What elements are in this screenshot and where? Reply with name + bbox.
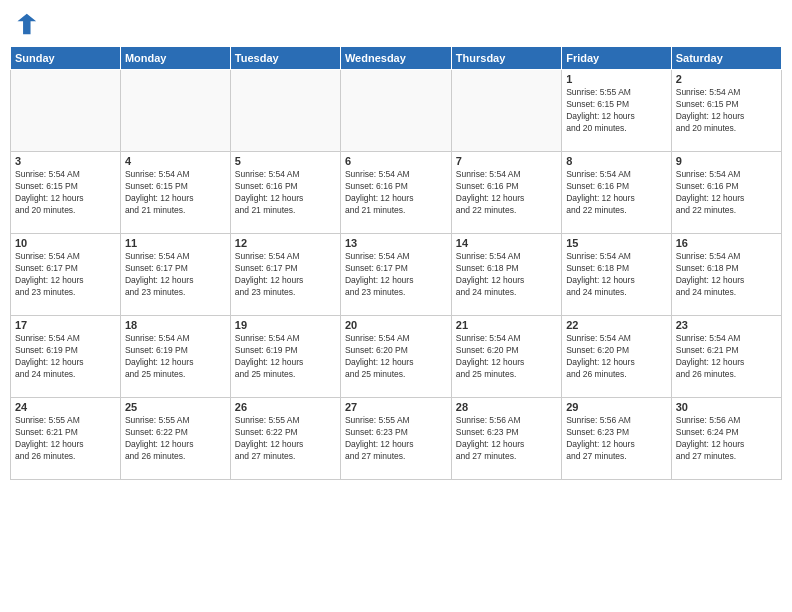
calendar-cell: 29Sunrise: 5:56 AM Sunset: 6:23 PM Dayli…	[562, 398, 672, 480]
calendar-cell: 4Sunrise: 5:54 AM Sunset: 6:15 PM Daylig…	[120, 152, 230, 234]
calendar-cell: 25Sunrise: 5:55 AM Sunset: 6:22 PM Dayli…	[120, 398, 230, 480]
day-number: 25	[125, 401, 226, 413]
calendar-cell: 2Sunrise: 5:54 AM Sunset: 6:15 PM Daylig…	[671, 70, 781, 152]
calendar-cell: 5Sunrise: 5:54 AM Sunset: 6:16 PM Daylig…	[230, 152, 340, 234]
day-number: 20	[345, 319, 447, 331]
header	[10, 10, 782, 38]
svg-marker-0	[17, 14, 36, 35]
day-number: 1	[566, 73, 667, 85]
weekday-wednesday: Wednesday	[340, 47, 451, 70]
calendar-cell: 15Sunrise: 5:54 AM Sunset: 6:18 PM Dayli…	[562, 234, 672, 316]
day-number: 22	[566, 319, 667, 331]
day-info: Sunrise: 5:54 AM Sunset: 6:15 PM Dayligh…	[15, 169, 116, 217]
calendar-cell	[340, 70, 451, 152]
day-info: Sunrise: 5:54 AM Sunset: 6:20 PM Dayligh…	[566, 333, 667, 381]
calendar-cell: 13Sunrise: 5:54 AM Sunset: 6:17 PM Dayli…	[340, 234, 451, 316]
calendar-cell: 12Sunrise: 5:54 AM Sunset: 6:17 PM Dayli…	[230, 234, 340, 316]
calendar-cell: 26Sunrise: 5:55 AM Sunset: 6:22 PM Dayli…	[230, 398, 340, 480]
logo	[10, 10, 42, 38]
calendar-cell	[11, 70, 121, 152]
calendar-cell: 19Sunrise: 5:54 AM Sunset: 6:19 PM Dayli…	[230, 316, 340, 398]
week-row-1: 1Sunrise: 5:55 AM Sunset: 6:15 PM Daylig…	[11, 70, 782, 152]
day-number: 17	[15, 319, 116, 331]
calendar-cell: 22Sunrise: 5:54 AM Sunset: 6:20 PM Dayli…	[562, 316, 672, 398]
day-info: Sunrise: 5:56 AM Sunset: 6:24 PM Dayligh…	[676, 415, 777, 463]
calendar-cell: 7Sunrise: 5:54 AM Sunset: 6:16 PM Daylig…	[451, 152, 561, 234]
calendar-cell: 21Sunrise: 5:54 AM Sunset: 6:20 PM Dayli…	[451, 316, 561, 398]
day-info: Sunrise: 5:55 AM Sunset: 6:22 PM Dayligh…	[125, 415, 226, 463]
day-info: Sunrise: 5:56 AM Sunset: 6:23 PM Dayligh…	[566, 415, 667, 463]
day-info: Sunrise: 5:54 AM Sunset: 6:16 PM Dayligh…	[456, 169, 557, 217]
day-number: 11	[125, 237, 226, 249]
calendar-cell: 10Sunrise: 5:54 AM Sunset: 6:17 PM Dayli…	[11, 234, 121, 316]
day-number: 7	[456, 155, 557, 167]
weekday-header-row: SundayMondayTuesdayWednesdayThursdayFrid…	[11, 47, 782, 70]
calendar-cell	[230, 70, 340, 152]
calendar-cell: 14Sunrise: 5:54 AM Sunset: 6:18 PM Dayli…	[451, 234, 561, 316]
weekday-monday: Monday	[120, 47, 230, 70]
logo-icon	[10, 10, 38, 38]
day-info: Sunrise: 5:54 AM Sunset: 6:17 PM Dayligh…	[125, 251, 226, 299]
calendar-cell: 16Sunrise: 5:54 AM Sunset: 6:18 PM Dayli…	[671, 234, 781, 316]
day-number: 28	[456, 401, 557, 413]
day-number: 10	[15, 237, 116, 249]
day-number: 23	[676, 319, 777, 331]
day-info: Sunrise: 5:54 AM Sunset: 6:18 PM Dayligh…	[676, 251, 777, 299]
weekday-friday: Friday	[562, 47, 672, 70]
day-number: 9	[676, 155, 777, 167]
day-number: 21	[456, 319, 557, 331]
day-number: 8	[566, 155, 667, 167]
day-info: Sunrise: 5:54 AM Sunset: 6:17 PM Dayligh…	[345, 251, 447, 299]
week-row-2: 3Sunrise: 5:54 AM Sunset: 6:15 PM Daylig…	[11, 152, 782, 234]
calendar-body: 1Sunrise: 5:55 AM Sunset: 6:15 PM Daylig…	[11, 70, 782, 480]
day-info: Sunrise: 5:55 AM Sunset: 6:21 PM Dayligh…	[15, 415, 116, 463]
calendar-cell: 24Sunrise: 5:55 AM Sunset: 6:21 PM Dayli…	[11, 398, 121, 480]
day-info: Sunrise: 5:56 AM Sunset: 6:23 PM Dayligh…	[456, 415, 557, 463]
day-number: 5	[235, 155, 336, 167]
day-number: 13	[345, 237, 447, 249]
day-info: Sunrise: 5:54 AM Sunset: 6:16 PM Dayligh…	[345, 169, 447, 217]
day-info: Sunrise: 5:54 AM Sunset: 6:20 PM Dayligh…	[345, 333, 447, 381]
day-number: 19	[235, 319, 336, 331]
week-row-4: 17Sunrise: 5:54 AM Sunset: 6:19 PM Dayli…	[11, 316, 782, 398]
day-number: 3	[15, 155, 116, 167]
day-info: Sunrise: 5:54 AM Sunset: 6:16 PM Dayligh…	[235, 169, 336, 217]
day-number: 12	[235, 237, 336, 249]
day-number: 2	[676, 73, 777, 85]
calendar-cell: 3Sunrise: 5:54 AM Sunset: 6:15 PM Daylig…	[11, 152, 121, 234]
calendar-cell: 30Sunrise: 5:56 AM Sunset: 6:24 PM Dayli…	[671, 398, 781, 480]
weekday-tuesday: Tuesday	[230, 47, 340, 70]
calendar-cell: 6Sunrise: 5:54 AM Sunset: 6:16 PM Daylig…	[340, 152, 451, 234]
calendar-cell: 23Sunrise: 5:54 AM Sunset: 6:21 PM Dayli…	[671, 316, 781, 398]
day-number: 14	[456, 237, 557, 249]
weekday-thursday: Thursday	[451, 47, 561, 70]
day-number: 26	[235, 401, 336, 413]
day-info: Sunrise: 5:54 AM Sunset: 6:19 PM Dayligh…	[235, 333, 336, 381]
day-number: 16	[676, 237, 777, 249]
day-number: 18	[125, 319, 226, 331]
day-number: 24	[15, 401, 116, 413]
day-info: Sunrise: 5:54 AM Sunset: 6:21 PM Dayligh…	[676, 333, 777, 381]
week-row-3: 10Sunrise: 5:54 AM Sunset: 6:17 PM Dayli…	[11, 234, 782, 316]
day-info: Sunrise: 5:54 AM Sunset: 6:16 PM Dayligh…	[676, 169, 777, 217]
day-info: Sunrise: 5:54 AM Sunset: 6:16 PM Dayligh…	[566, 169, 667, 217]
calendar-cell: 11Sunrise: 5:54 AM Sunset: 6:17 PM Dayli…	[120, 234, 230, 316]
calendar-cell: 28Sunrise: 5:56 AM Sunset: 6:23 PM Dayli…	[451, 398, 561, 480]
day-number: 27	[345, 401, 447, 413]
day-info: Sunrise: 5:54 AM Sunset: 6:19 PM Dayligh…	[15, 333, 116, 381]
day-info: Sunrise: 5:54 AM Sunset: 6:18 PM Dayligh…	[566, 251, 667, 299]
calendar-cell: 1Sunrise: 5:55 AM Sunset: 6:15 PM Daylig…	[562, 70, 672, 152]
weekday-sunday: Sunday	[11, 47, 121, 70]
day-info: Sunrise: 5:55 AM Sunset: 6:15 PM Dayligh…	[566, 87, 667, 135]
day-info: Sunrise: 5:54 AM Sunset: 6:15 PM Dayligh…	[125, 169, 226, 217]
calendar-cell: 18Sunrise: 5:54 AM Sunset: 6:19 PM Dayli…	[120, 316, 230, 398]
day-number: 30	[676, 401, 777, 413]
calendar-table: SundayMondayTuesdayWednesdayThursdayFrid…	[10, 46, 782, 480]
calendar-cell: 20Sunrise: 5:54 AM Sunset: 6:20 PM Dayli…	[340, 316, 451, 398]
day-number: 4	[125, 155, 226, 167]
day-number: 6	[345, 155, 447, 167]
day-info: Sunrise: 5:55 AM Sunset: 6:22 PM Dayligh…	[235, 415, 336, 463]
page: SundayMondayTuesdayWednesdayThursdayFrid…	[0, 0, 792, 612]
calendar-cell	[451, 70, 561, 152]
day-info: Sunrise: 5:54 AM Sunset: 6:19 PM Dayligh…	[125, 333, 226, 381]
